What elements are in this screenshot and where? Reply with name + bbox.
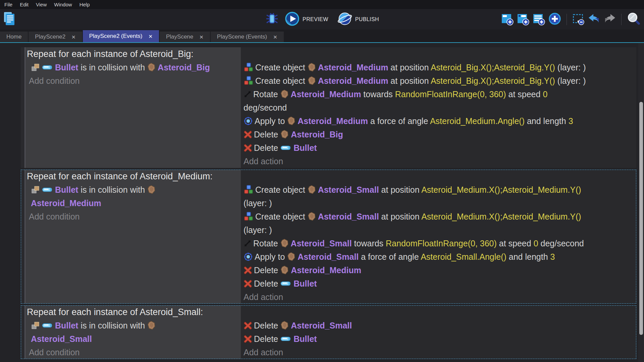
object-name: Asteroid_Small [318,212,379,221]
action-row[interactable]: Create object Asteroid_Medium at positio… [241,74,636,87]
event-header[interactable]: Repeat for each instance of Asteroid_Sma… [25,305,241,319]
action-row[interactable]: Delete Bullet [241,277,636,290]
asteroid-icon [308,76,318,85]
action-row[interactable]: Apply to Asteroid_Medium a force of angl… [241,114,636,128]
create-icon [244,63,255,72]
event-header[interactable]: Repeat for each instance of Asteroid_Big… [25,47,241,61]
close-icon[interactable]: ✕ [148,34,153,39]
asteroid-icon [308,63,318,72]
add-event-button[interactable] [500,12,514,27]
action-row[interactable]: Create object Asteroid_Small at position… [241,183,636,210]
tab-playscene2[interactable]: PlayScene2✕ [29,32,82,42]
add-condition-button[interactable]: Add condition [25,74,241,87]
debug-button[interactable] [265,12,279,27]
scrollbar-thumb[interactable] [639,102,643,335]
action-row[interactable]: Delete Bullet [241,332,636,346]
object-name: Asteroid_Medium [31,198,101,208]
instruction-text: Delete [254,265,280,275]
expression: 3 [550,252,555,261]
close-icon[interactable]: ✕ [71,35,76,40]
condition-row[interactable]: Bullet is in collision with Asteroid_Med… [25,183,241,210]
menu-item-edit[interactable]: Edit [16,0,32,9]
asteroid-icon [280,321,291,330]
expression: Asteroid_Big.X();Asteroid_Big.Y() [431,76,555,85]
action-row[interactable]: Create object Asteroid_Medium at positio… [241,61,636,74]
object-reference: Bullet [280,143,317,153]
expression: Asteroid_Medium.X();Asteroid_Medium.Y() [421,185,581,194]
delete-icon [244,265,254,275]
object-reference: Asteroid_Small [308,212,379,221]
expression: 3 [569,116,573,126]
object-name: Bullet [293,143,317,153]
toolbar-separator [621,14,622,25]
action-row[interactable]: Rotate Asteroid_Medium towards RandomFlo… [241,87,636,114]
event-block-repeat-for-each-instance-of-asteroid-medium[interactable]: Repeat for each instance of Asteroid_Med… [21,170,636,304]
event-block-repeat-for-each-instance-of-asteroid-big[interactable]: Repeat for each instance of Asteroid_Big… [21,47,636,168]
action-row[interactable]: Delete Asteroid_Big [241,128,636,141]
add-subevent-button[interactable] [516,12,530,27]
object-reference: Asteroid_Medium [308,63,388,72]
instruction-text: Rotate [253,239,280,248]
tab-playscene2-events[interactable]: PlayScene2 (Events)✕ [83,30,159,42]
play-circle-icon [284,11,300,27]
asteroid-icon [308,185,318,194]
event-header[interactable]: Repeat for each instance of Asteroid_Med… [25,170,241,183]
instruction-text: Delete [254,143,280,153]
asteroid-icon [287,116,298,126]
add-condition-button[interactable]: Add condition [25,210,241,223]
action-row[interactable]: Create object Asteroid_Small at position… [241,210,636,237]
close-icon[interactable]: ✕ [273,35,277,40]
remove-selection-button[interactable] [571,12,585,27]
object-name: Asteroid_Small [291,239,352,248]
close-icon[interactable]: ✕ [199,35,204,40]
add-action-button[interactable]: Add action [241,346,636,359]
menu-item-file[interactable]: File [1,0,16,9]
action-row[interactable]: Rotate Asteroid_Small towards RandomFloa… [241,237,636,250]
event-drag-handle[interactable] [21,305,25,359]
undo-button[interactable] [587,12,601,27]
action-row[interactable]: Delete Asteroid_Small [241,319,636,332]
add-comment-button[interactable] [532,12,546,27]
condition-row[interactable]: Bullet is in collision with Asteroid_Big [25,61,241,74]
instruction-text: Create object [255,63,308,72]
bullet-icon [280,143,293,153]
redo-button[interactable] [603,12,617,27]
action-row[interactable]: Apply to Asteroid_Small a force of angle… [241,250,636,263]
object-reference: Asteroid_Medium [280,89,361,99]
scrollbar-track[interactable] [638,43,644,362]
choose-add-event-button[interactable] [547,11,562,27]
menu-item-help[interactable]: Help [76,0,94,9]
project-manager-button[interactable] [3,11,16,27]
event-drag-handle[interactable] [21,47,25,168]
action-row[interactable]: Delete Bullet [241,141,636,155]
instruction-text: is in collision with [78,321,147,330]
undo-icon [587,12,601,27]
instruction-text: at speed [506,89,543,99]
add-action-button[interactable]: Add action [241,290,636,304]
instruction-text: at position [379,212,421,221]
tab-home[interactable]: Home [0,32,28,42]
tab-playscene-events[interactable]: PlayScene (Events)✕ [211,32,284,42]
event-block-repeat-for-each-instance-of-asteroid-small[interactable]: Repeat for each instance of Asteroid_Sma… [21,305,636,359]
add-action-button[interactable]: Add action [241,155,636,168]
debug-bug-icon [265,12,279,27]
search-button[interactable] [626,11,641,27]
instruction-text: Delete [254,130,280,139]
publish-button[interactable]: PUBLISH [337,11,379,27]
tab-label: PlayScene [166,34,193,40]
redo-icon [603,12,617,27]
action-row[interactable]: Delete Asteroid_Medium [241,263,636,277]
instruction-text: (layer: ) [244,225,272,235]
event-drag-handle[interactable] [21,170,25,304]
menu-item-view[interactable]: View [32,0,50,9]
conditions-column: Repeat for each instance of Asteroid_Big… [25,47,241,168]
condition-row[interactable]: Bullet is in collision with Asteroid_Sma… [25,319,241,346]
object-name: Bullet [55,63,78,72]
object-name: Asteroid_Medium [298,116,368,126]
add-condition-button[interactable]: Add condition [25,346,241,359]
preview-button[interactable]: PREVIEW [284,11,328,27]
menu-item-window[interactable]: Window [50,0,75,9]
tab-playscene[interactable]: PlayScene✕ [160,32,210,42]
create-icon [244,76,255,85]
object-name: Asteroid_Medium [318,63,388,72]
